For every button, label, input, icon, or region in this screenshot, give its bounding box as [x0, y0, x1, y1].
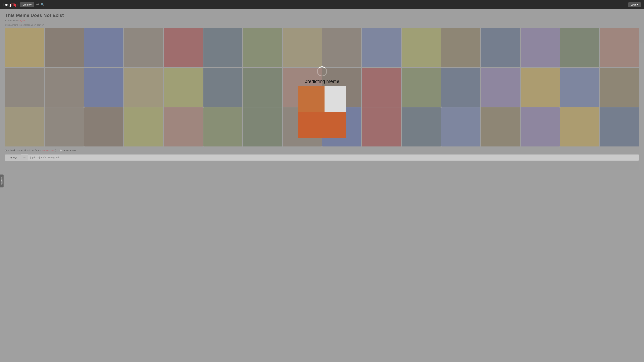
shuffle-button[interactable]: ⇌ [36, 2, 39, 7]
main-content: This Meme Does Not Exist AI Memes by Img… [0, 9, 644, 362]
meme-image-area [298, 86, 346, 138]
create-label: Create [23, 3, 30, 6]
drake-meme-image [298, 86, 346, 138]
login-button[interactable]: Login ▾ [628, 2, 641, 7]
spinner-container: predicting meme [305, 66, 340, 84]
create-chevron-icon: ▾ [30, 3, 32, 6]
search-button[interactable]: 🔍 [41, 3, 44, 6]
predicting-text: predicting meme [305, 79, 340, 84]
create-button[interactable]: Create ▾ [20, 2, 34, 7]
feedback-tab[interactable]: Feedback [0, 175, 4, 188]
logo: imgflip [3, 2, 18, 7]
spinner-overlay: predicting meme [0, 9, 644, 362]
navbar: imgflip Create ▾ ⇌ 🔍 Login ▾ [0, 0, 644, 9]
login-chevron-icon: ▾ [637, 3, 638, 6]
loading-spinner [317, 66, 327, 76]
login-label: Login [631, 3, 636, 6]
